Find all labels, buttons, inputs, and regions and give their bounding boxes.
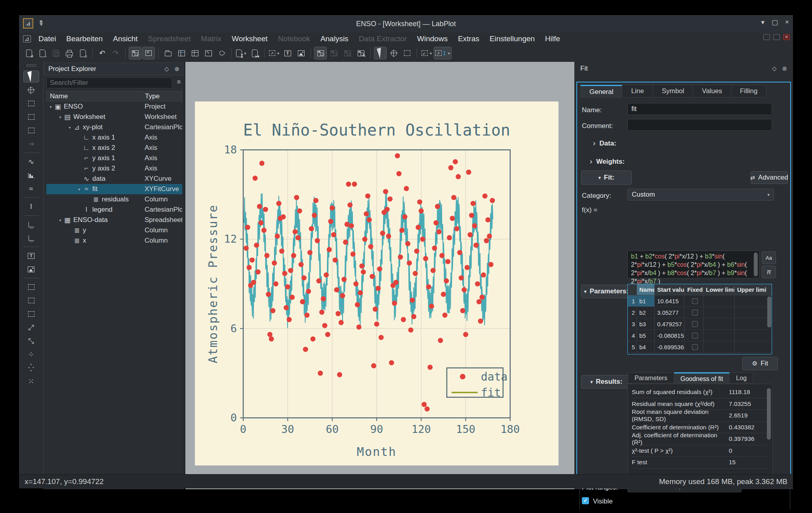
save-project-button[interactable] — [50, 47, 62, 59]
data-point[interactable] — [379, 335, 384, 340]
param-lower-limit-cell[interactable] — [703, 318, 735, 329]
data-point[interactable] — [266, 292, 271, 297]
maximize-button[interactable]: ▢ — [772, 18, 778, 27]
data-point[interactable] — [313, 198, 318, 203]
data-point[interactable] — [327, 247, 332, 252]
x-tick-label[interactable]: 150 — [456, 423, 475, 435]
data-point[interactable] — [383, 189, 388, 194]
data-point[interactable] — [467, 232, 473, 237]
data-point[interactable] — [481, 272, 486, 278]
data-point[interactable] — [362, 237, 368, 242]
data-point[interactable] — [389, 360, 394, 366]
data-point[interactable] — [245, 225, 250, 230]
fixed-checkbox[interactable] — [692, 333, 698, 339]
data-point[interactable] — [282, 271, 287, 276]
menu-analysis[interactable]: Analysis — [315, 33, 354, 45]
data-point[interactable] — [427, 365, 433, 370]
data-point[interactable] — [281, 214, 286, 220]
param-col-name[interactable]: Name — [637, 284, 655, 295]
data-point[interactable] — [291, 253, 296, 258]
param-row-b3[interactable]: 3b30.479257 — [628, 318, 772, 330]
case-toggle-button[interactable]: Aa — [762, 251, 776, 264]
y-tick-label[interactable]: 0 — [231, 412, 237, 424]
zoom-select-mode-button[interactable] — [401, 47, 414, 59]
data-point[interactable] — [275, 234, 280, 239]
menu-matrix[interactable]: Matrix — [196, 33, 227, 45]
param-upper-limit-cell[interactable] — [735, 307, 766, 318]
toggle-properties-explorer-button[interactable]: ≡ — [142, 47, 155, 59]
param-start-value-cell[interactable]: -0.0808158 — [655, 330, 684, 341]
data-point[interactable] — [385, 207, 390, 212]
menu-bearbeiten[interactable]: Bearbeiten — [61, 33, 108, 45]
data-point[interactable] — [398, 255, 403, 260]
data-point[interactable] — [361, 270, 366, 275]
data-point[interactable] — [351, 251, 356, 256]
param-upper-limit-cell[interactable] — [735, 318, 766, 329]
data-point[interactable] — [441, 292, 446, 297]
tree-row-x-axis-2[interactable]: ∟x axis 2Axis — [46, 143, 182, 153]
expander-icon[interactable]: ▾ — [67, 125, 72, 130]
data-point[interactable] — [305, 312, 310, 318]
add-text-label-button[interactable]: T — [23, 250, 39, 262]
param-start-value-cell[interactable]: 0.479257 — [655, 318, 684, 329]
zoom-select-button[interactable] — [23, 98, 39, 109]
toggle-project-explorer-button[interactable] — [129, 47, 141, 59]
param-fixed-cell[interactable] — [684, 330, 703, 341]
x-tick-label[interactable]: 30 — [281, 423, 294, 435]
fixed-checkbox[interactable] — [692, 344, 698, 350]
data-point[interactable] — [429, 304, 434, 309]
new-datapicker-button[interactable] — [215, 47, 228, 59]
select-mode-button[interactable] — [23, 71, 39, 82]
zoom-original-chevron-icon[interactable]: ▾ — [448, 51, 450, 56]
expander-icon[interactable]: ▾ — [57, 115, 63, 119]
data-point[interactable] — [416, 225, 421, 230]
data-point[interactable] — [341, 277, 347, 282]
data-point[interactable] — [285, 284, 290, 289]
zoom-in-region-button[interactable] — [23, 281, 39, 293]
zoom-x-select-button[interactable] — [23, 111, 39, 123]
data-point[interactable] — [261, 228, 267, 233]
data-point[interactable] — [365, 193, 370, 199]
advanced-button[interactable]: ⇄Advanced — [751, 171, 788, 184]
data-point[interactable] — [407, 260, 412, 266]
import-chevron-icon[interactable]: ▾ — [244, 51, 246, 56]
formula-input[interactable]: b1 + b2*cos( 2*pi*x/12 ) + b3*sin( 2*pi*… — [627, 251, 759, 278]
data-point[interactable] — [349, 223, 354, 228]
fixed-checkbox[interactable] — [692, 321, 698, 327]
data-point[interactable] — [253, 176, 258, 181]
data-point[interactable] — [295, 235, 301, 240]
add-text-label-button[interactable]: T — [281, 47, 294, 59]
data-point[interactable] — [367, 217, 372, 222]
tree-row-y-axis-2[interactable]: ⌐y axis 2Axis — [46, 163, 182, 174]
shift-range-button[interactable]: ⇥ — [23, 138, 39, 150]
data-point[interactable] — [335, 311, 341, 316]
data-point[interactable] — [297, 209, 302, 214]
data-point[interactable] — [254, 243, 259, 248]
data-point[interactable] — [438, 338, 443, 343]
data-point[interactable] — [380, 231, 385, 236]
data-point[interactable] — [356, 324, 362, 329]
param-fixed-cell[interactable] — [684, 307, 703, 318]
data-point[interactable] — [401, 317, 406, 322]
data-point[interactable] — [399, 228, 404, 233]
zoom-fit-chevron-icon[interactable]: ▾ — [430, 51, 432, 56]
search-input[interactable]: Search/Filter — [46, 77, 172, 88]
data-point[interactable] — [276, 201, 281, 206]
data-point[interactable] — [432, 245, 437, 251]
param-start-value-cell[interactable]: 10.6415 — [655, 295, 684, 306]
param-name-cell[interactable]: b3 — [637, 318, 655, 329]
tab-general[interactable]: General — [580, 85, 622, 98]
detach-panel-icon[interactable] — [773, 34, 780, 40]
menu-spreadsheet[interactable]: Spreadsheet — [143, 33, 196, 45]
data-point[interactable] — [463, 332, 468, 337]
data-point[interactable] — [257, 204, 262, 209]
data-point[interactable] — [279, 249, 284, 254]
plot-canvas[interactable]: 0306090120150180061218El Niño-Southern O… — [195, 101, 558, 465]
param-col-fixed[interactable]: Fixed — [684, 284, 703, 295]
comment-input[interactable] — [627, 119, 772, 131]
data-point[interactable] — [364, 211, 369, 216]
y-axis-label[interactable]: Atmospheric Pressure — [206, 204, 220, 363]
window-layout-edit-button[interactable]: ✎ — [355, 47, 367, 59]
data-point[interactable] — [370, 274, 375, 279]
data-point[interactable] — [321, 296, 326, 301]
